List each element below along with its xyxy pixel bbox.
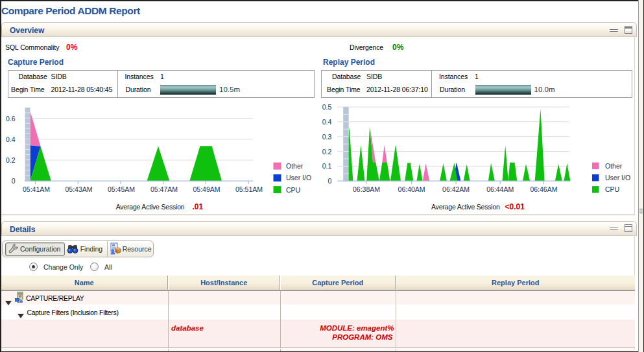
svg-text:05:43AM: 05:43AM <box>65 185 92 193</box>
svg-text:CPU: CPU <box>286 186 300 194</box>
svg-text:05:51AM: 05:51AM <box>235 185 263 193</box>
svg-text:06:42AM: 06:42AM <box>442 185 470 193</box>
svg-text:0.4: 0.4 <box>322 118 332 126</box>
svg-text:0.6: 0.6 <box>6 115 16 123</box>
svg-text:User I/O: User I/O <box>605 174 630 182</box>
svg-text:06:44AM: 06:44AM <box>486 185 514 193</box>
svg-text:User I/O: User I/O <box>286 174 311 182</box>
svg-text:0: 0 <box>328 177 331 185</box>
svg-text:05:41AM: 05:41AM <box>23 185 50 193</box>
svg-text:0.3: 0.3 <box>322 133 332 141</box>
svg-text:0.1: 0.1 <box>322 162 332 170</box>
svg-text:CPU: CPU <box>605 185 619 193</box>
svg-text:Other: Other <box>286 162 304 170</box>
svg-text:05:47AM: 05:47AM <box>150 185 178 193</box>
svg-text:0.4: 0.4 <box>6 135 16 143</box>
svg-text:06:40AM: 06:40AM <box>398 185 425 193</box>
svg-text:06:38AM: 06:38AM <box>353 185 380 193</box>
svg-text:05:49AM: 05:49AM <box>193 185 220 193</box>
svg-text:0.5: 0.5 <box>322 104 332 111</box>
svg-text:Other: Other <box>605 162 623 170</box>
svg-text:0: 0 <box>12 177 16 185</box>
svg-text:0.2: 0.2 <box>6 156 16 164</box>
svg-text:06:46AM: 06:46AM <box>530 185 557 193</box>
svg-text:0.2: 0.2 <box>322 148 332 156</box>
svg-text:05:45AM: 05:45AM <box>108 185 135 193</box>
